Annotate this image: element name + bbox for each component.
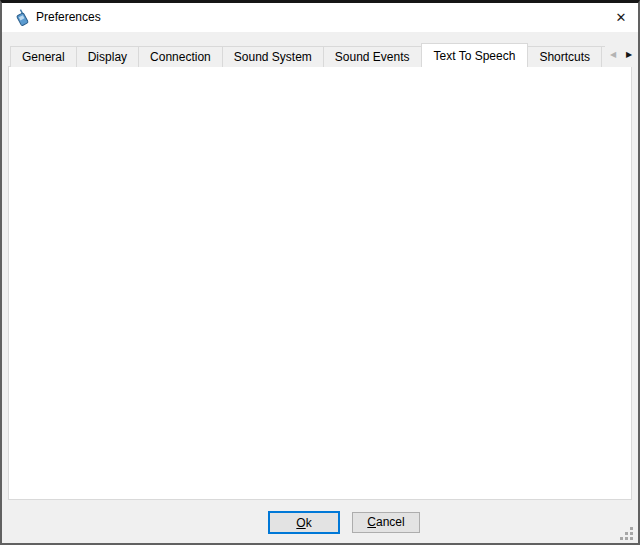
titlebar[interactable]: Preferences ✕ (2, 3, 638, 32)
cancel-button[interactable]: Cancel (352, 512, 420, 533)
tab-general[interactable]: General (10, 46, 77, 67)
close-icon[interactable]: ✕ (606, 5, 636, 31)
tab-scroll-buttons: ◀ ▶ (605, 44, 638, 66)
tab-scroll-left-icon[interactable]: ◀ (605, 44, 621, 66)
tab-scroll-right-icon[interactable]: ▶ (621, 44, 637, 66)
resize-grip-icon[interactable] (620, 527, 623, 530)
tab-sound-events[interactable]: Sound Events (323, 46, 422, 67)
teamtalk-logo-icon (12, 8, 32, 28)
tab-shortcuts[interactable]: Shortcuts (527, 46, 602, 67)
ok-button[interactable]: Ok (268, 511, 340, 534)
tab-text-to-speech[interactable]: Text To Speech (421, 43, 529, 67)
tab-display[interactable]: Display (76, 46, 139, 67)
preferences-dialog: { "window": { "title": "Preferences", "c… (0, 0, 640, 545)
tab-bar: General Display Connection Sound System … (10, 42, 638, 67)
window-title: Preferences (36, 10, 101, 24)
tab-page (8, 66, 632, 500)
tab-sound-system[interactable]: Sound System (222, 46, 324, 67)
tab-connection[interactable]: Connection (138, 46, 223, 67)
